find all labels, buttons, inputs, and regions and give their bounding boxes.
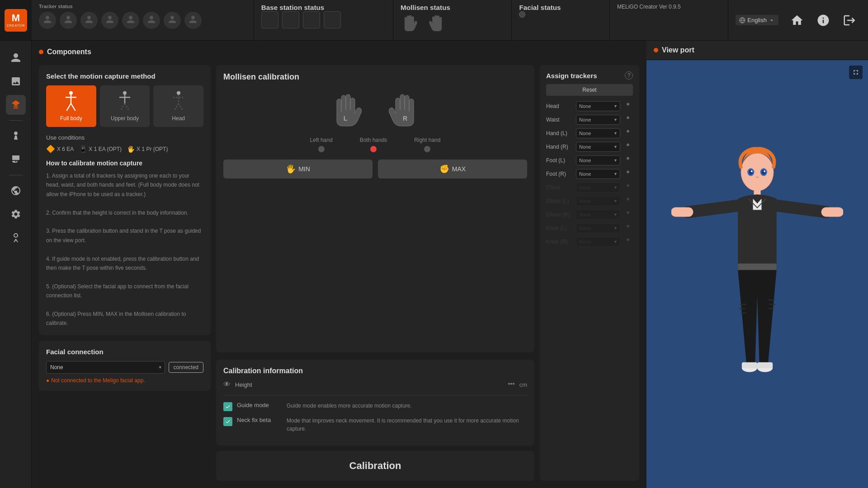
home-button[interactable] bbox=[786, 9, 808, 32]
base-icon-2 bbox=[282, 11, 299, 28]
logo-letter: M bbox=[12, 13, 20, 23]
assign-title: Assign trackers bbox=[546, 72, 597, 80]
sidebar-item-image[interactable] bbox=[6, 71, 26, 91]
radio-dot-right bbox=[424, 146, 430, 152]
tracker-select-hand-r[interactable]: None bbox=[576, 142, 620, 152]
use-conditions-section: Use conditions 🔶 X 6 EA 📱 X 1 EA (OPT) bbox=[46, 134, 203, 153]
calibration-bottom-title: Calibration bbox=[349, 460, 401, 472]
tracker-select-head[interactable]: None bbox=[576, 101, 620, 111]
svg-point-19 bbox=[741, 153, 774, 191]
base-icon-4 bbox=[324, 11, 341, 28]
tracker-row-head: Head None bbox=[546, 101, 633, 111]
facial-not-connected-text: ● Not connected to the Meligo facial app… bbox=[46, 377, 203, 384]
tracker-icon-3 bbox=[80, 12, 98, 29]
tracker-label-elbow-r: Elbow (R) bbox=[546, 211, 573, 218]
svg-text:R: R bbox=[403, 115, 407, 122]
logout-button[interactable] bbox=[838, 9, 861, 32]
tracker-select-foot-r[interactable]: None bbox=[576, 169, 620, 179]
sidebar-item-monitor[interactable] bbox=[6, 150, 26, 169]
height-label: Height bbox=[235, 381, 252, 388]
tracker-select-elbow-r[interactable]: None bbox=[576, 210, 620, 220]
tracker-icon-foot-r bbox=[623, 169, 633, 179]
tracker-icon-chest bbox=[623, 183, 633, 192]
facial-status-label: Facial status bbox=[519, 4, 602, 11]
facial-app-select[interactable]: None bbox=[46, 361, 165, 374]
tracker-label-hand-r: Hand (R) bbox=[546, 144, 573, 150]
tracker-row-hand-l: Hand (L) None bbox=[546, 128, 633, 138]
tracker-icon-5 bbox=[122, 12, 139, 29]
svg-rect-27 bbox=[738, 263, 777, 270]
components-title: Components bbox=[47, 48, 91, 56]
calibration-bottom-panel: Calibration bbox=[216, 451, 534, 481]
mollisen-right-hand-icon bbox=[426, 11, 446, 34]
right-hand-svg: R bbox=[382, 89, 423, 130]
tracker-icon-2 bbox=[60, 12, 77, 29]
condition-tracker: 🔶 X 6 EA bbox=[46, 145, 74, 153]
sidebar-item-user[interactable] bbox=[6, 48, 26, 68]
facial-connection-panel: Facial connection None connected ● Not c… bbox=[39, 341, 211, 391]
tracker-select-knee-r[interactable]: None bbox=[576, 237, 620, 247]
nav-icons-area: English bbox=[728, 0, 868, 40]
svg-point-25 bbox=[764, 170, 765, 172]
svg-rect-31 bbox=[757, 362, 773, 368]
sidebar-divider-2 bbox=[9, 175, 23, 175]
svg-point-12 bbox=[177, 91, 180, 95]
svg-point-23 bbox=[762, 169, 766, 174]
language-selector[interactable]: English bbox=[736, 15, 778, 25]
tracker-select-chest[interactable]: None bbox=[576, 183, 620, 192]
left-hand-svg: L bbox=[328, 89, 368, 130]
tracker-select-elbow-l[interactable]: None bbox=[576, 196, 620, 206]
base-station-section: Base station status bbox=[254, 0, 393, 40]
svg-point-22 bbox=[749, 169, 753, 174]
max-button[interactable]: ✊ MAX bbox=[378, 160, 527, 178]
tracker-label-elbow-l: Elbow (L) bbox=[546, 198, 573, 204]
tracker-select-wrapper-hand-l: None bbox=[576, 128, 620, 138]
sidebar-item-scene[interactable] bbox=[6, 95, 26, 115]
method-upper-body-button[interactable]: Upper body bbox=[100, 85, 150, 127]
info-button[interactable] bbox=[812, 9, 835, 32]
assign-help-button[interactable]: ? bbox=[625, 71, 633, 80]
tracker-row-hand-r: Hand (R) None bbox=[546, 142, 633, 152]
sidebar-item-globe[interactable] bbox=[6, 181, 26, 201]
right-hand-display: R bbox=[382, 89, 423, 130]
tracker-select-hand-l[interactable]: None bbox=[576, 128, 620, 138]
viewport-title: View port bbox=[662, 46, 694, 54]
sidebar-divider bbox=[9, 120, 23, 121]
radio-left-hand: Left hand bbox=[310, 137, 333, 152]
method-full-body-button[interactable]: Full body bbox=[46, 85, 96, 127]
tracker-icon-knee-l bbox=[623, 223, 633, 233]
sidebar-item-motion[interactable] bbox=[6, 228, 26, 248]
base-icons-row bbox=[261, 11, 386, 28]
sidebar-item-character[interactable] bbox=[6, 126, 26, 146]
method-head-button[interactable]: Head bbox=[153, 85, 203, 127]
neck-fix-check bbox=[223, 417, 232, 426]
calib-info-title: Calibration information bbox=[223, 367, 527, 375]
guide-mode-check bbox=[223, 402, 232, 411]
neck-fix-label: Neck fix beta bbox=[237, 417, 282, 423]
reset-button[interactable]: Reset bbox=[546, 84, 633, 96]
tracker-row-waist: Waist None bbox=[546, 115, 633, 125]
tracker-icon-4 bbox=[101, 12, 118, 29]
sidebar-item-settings[interactable] bbox=[6, 204, 26, 224]
components-header: Components bbox=[39, 48, 639, 56]
tracker-icon-hand-l bbox=[623, 128, 633, 138]
facial-connection-title: Facial connection bbox=[46, 348, 203, 356]
tracker-label-hand-l: Hand (L) bbox=[546, 130, 573, 136]
tracker-select-waist[interactable]: None bbox=[576, 115, 620, 125]
tracker-select-knee-l[interactable]: None bbox=[576, 223, 620, 233]
expand-button[interactable] bbox=[849, 66, 863, 79]
svg-line-15 bbox=[174, 103, 179, 111]
base-icon-1 bbox=[261, 11, 278, 28]
min-button[interactable]: 🖐 MIN bbox=[223, 160, 373, 178]
left-hand-display: L bbox=[328, 89, 368, 130]
version-text: MELiGO Creator Ver 0.9.5 bbox=[617, 4, 721, 10]
neck-fix-desc: Mode that improves neck movement. It is … bbox=[287, 417, 527, 433]
tracker-label-chest: Chest bbox=[546, 184, 573, 191]
calibration-steps-title: How to calibrate motion capture bbox=[46, 160, 203, 167]
tracker-label-head: Head bbox=[546, 103, 573, 109]
logo-box: M CREATOR bbox=[5, 9, 27, 32]
tracker-icon-elbow-r bbox=[623, 210, 633, 220]
radio-dot-left bbox=[318, 146, 325, 152]
tracker-row-knee-r: Knee (R) None bbox=[546, 237, 633, 247]
tracker-select-foot-l[interactable]: None bbox=[576, 155, 620, 165]
